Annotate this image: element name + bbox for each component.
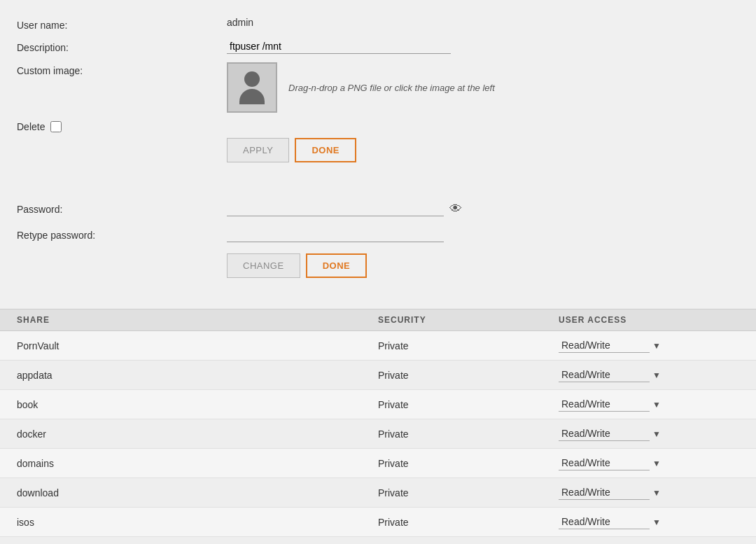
cell-share: isos [17,517,378,528]
custom-image-label: Custom image: [17,62,227,76]
cell-access: No AccessRead OnlyRead/Write▼ [559,368,739,382]
spacer [0,176,756,190]
chevron-down-icon: ▼ [652,370,661,380]
page: User name: admin Description: Custom ima… [0,0,756,544]
custom-image-control: Drag-n-drop a PNG file or click the imag… [227,62,739,113]
username-row: User name: admin [17,17,739,31]
description-label: Description: [17,39,227,53]
access-select[interactable]: No AccessRead OnlyRead/Write [559,426,650,441]
retype-password-input[interactable] [227,228,444,242]
chevron-down-icon: ▼ [652,517,661,527]
table-header: SHARE SECURITY USER ACCESS [0,309,756,331]
cell-security: Private [378,399,559,410]
drag-hint-text: Drag-n-drop a PNG file or click the imag… [288,83,495,93]
custom-image-row: Custom image: Drag-n-drop a PNG file or … [17,62,739,113]
change-done-row: CHANGE DONE [227,253,739,278]
username-text: admin [227,15,253,28]
table-body: PornVaultPrivateNo AccessRead OnlyRead/W… [0,331,756,544]
access-select[interactable]: No AccessRead OnlyRead/Write [559,456,650,470]
cell-share: docker [17,428,378,440]
retype-password-row: Retype password: [17,228,739,242]
access-select[interactable]: No AccessRead OnlyRead/Write [559,515,650,529]
table-row: bookPrivateNo AccessRead OnlyRead/Write▼ [0,390,756,419]
cell-security: Private [378,370,559,381]
user-form-section: User name: admin Description: Custom ima… [0,11,756,176]
cell-access: No AccessRead OnlyRead/Write▼ [559,397,739,412]
retype-input-wrap [227,228,444,242]
avatar-person-icon [239,71,265,104]
col-security-header: SECURITY [378,315,559,325]
apply-button[interactable]: APPLY [227,138,289,162]
image-area: Drag-n-drop a PNG file or click the imag… [227,62,739,113]
cell-access: No AccessRead OnlyRead/Write▼ [559,485,739,500]
cell-share: book [17,399,378,410]
delete-row: Delete [17,121,739,132]
cell-access: No AccessRead OnlyRead/Write▼ [559,426,739,441]
access-select[interactable]: No AccessRead OnlyRead/Write [559,338,650,353]
avatar-upload[interactable] [227,62,277,113]
cell-access: No AccessRead OnlyRead/Write▼ [559,456,739,470]
cell-security: Private [378,458,559,469]
description-row: Description: [17,39,739,54]
table-row: appdataPrivateNo AccessRead OnlyRead/Wri… [0,361,756,390]
table-row: isosPrivateNo AccessRead OnlyRead/Write▼ [0,508,756,537]
username-label: User name: [17,17,227,31]
done-button-top[interactable]: DONE [295,138,356,162]
avatar-head [244,71,260,87]
access-select[interactable]: No AccessRead OnlyRead/Write [559,485,650,500]
change-button[interactable]: CHANGE [227,253,300,278]
table-row: domainsPrivateNo AccessRead OnlyRead/Wri… [0,449,756,478]
description-input[interactable] [227,39,451,54]
eye-icon[interactable]: 👁 [449,202,462,216]
password-input[interactable] [227,202,444,216]
chevron-down-icon: ▼ [652,341,661,351]
password-row: Password: 👁 [17,202,739,216]
username-value: admin [227,17,739,28]
table-row: jdownloaderPrivateNo AccessRead OnlyRead… [0,537,756,544]
table-row: dockerPrivateNo AccessRead OnlyRead/Writ… [0,419,756,449]
cell-share: appdata [17,370,378,381]
cell-share: domains [17,458,378,469]
cell-security: Private [378,517,559,528]
retype-password-label: Retype password: [17,230,227,241]
chevron-down-icon: ▼ [652,459,661,468]
table-row: downloadPrivateNo AccessRead OnlyRead/Wr… [0,478,756,508]
table-row: PornVaultPrivateNo AccessRead OnlyRead/W… [0,331,756,361]
col-share-header: SHARE [17,315,378,325]
cell-security: Private [378,428,559,440]
avatar-body [239,89,265,104]
apply-done-row: APPLY DONE [227,138,739,162]
cell-security: Private [378,340,559,351]
password-label: Password: [17,204,227,215]
chevron-down-icon: ▼ [652,400,661,410]
shares-table: SHARE SECURITY USER ACCESS PornVaultPriv… [0,309,756,544]
cell-security: Private [378,487,559,498]
done-button-password[interactable]: DONE [306,253,368,278]
cell-share: PornVault [17,340,378,351]
chevron-down-icon: ▼ [652,488,661,498]
description-control [227,39,739,54]
chevron-down-icon: ▼ [652,429,661,439]
password-section: Password: 👁 Retype password: CHANGE DONE [0,190,756,298]
cell-access: No AccessRead OnlyRead/Write▼ [559,338,739,353]
delete-checkbox[interactable] [50,121,62,132]
cell-access: No AccessRead OnlyRead/Write▼ [559,515,739,529]
delete-label: Delete [17,121,45,132]
access-select[interactable]: No AccessRead OnlyRead/Write [559,397,650,412]
cell-share: download [17,487,378,498]
password-input-wrap: 👁 [227,202,462,216]
col-access-header: USER ACCESS [559,315,739,325]
access-select[interactable]: No AccessRead OnlyRead/Write [559,368,650,382]
